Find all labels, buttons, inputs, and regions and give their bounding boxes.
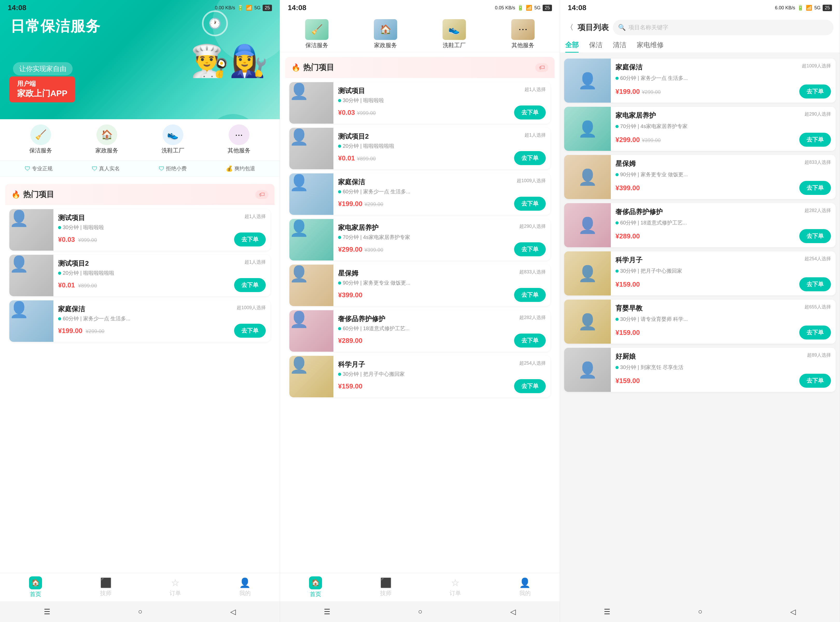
p3-order-luxury[interactable]: 去下单	[799, 229, 831, 243]
p2-nav-order[interactable]: ☆ 订单	[449, 578, 461, 597]
service-info-test2: 测试项目2 超1人选择 20分钟 | 啦啦啦啦啦啦 ¥0.01 ¥899.00 …	[53, 255, 270, 296]
category-tabs: 🧹 保洁服务 🏠 家政服务 👟 洗鞋工厂 ⋯ 其他服务	[280, 15, 560, 52]
hot-title: 热门项目	[23, 189, 54, 200]
p2-order-test2[interactable]: 去下单	[514, 151, 546, 165]
service-card-cleaning: 👤 家庭保洁 超1009人选择 60分钟 | 家务少一点 生活多... ¥199…	[9, 300, 270, 342]
trust-refund: 💰 爽约包退	[226, 165, 255, 172]
hot-header-2: 🔥 热门项目 🏷	[285, 57, 554, 78]
status-bar: 14:08 0.00 KB/s 🔋📶5G 25	[0, 0, 280, 15]
p2-nav-home[interactable]: 🏠 首页	[309, 576, 322, 598]
status-bar-2: 14:08 0.05 KB/s 🔋📶5G 25	[280, 0, 560, 15]
tab-other-svc[interactable]: ⋯ 其他服务	[489, 15, 557, 52]
phone1-home: 👨‍🍳👩‍🔧 🕐 14:08 0.00 KB/s 🔋📶5G 25 日常保洁服务 …	[0, 0, 280, 622]
tab-home-svc[interactable]: 🏠 家政服务	[351, 15, 420, 52]
order-btn-cleaning[interactable]: 去下单	[234, 324, 266, 338]
feature-other[interactable]: ··· 其他服务	[228, 124, 250, 154]
service-img-cleaning: 👤	[9, 300, 53, 342]
p3-order-home[interactable]: 去下单	[799, 84, 831, 99]
status-icons: 0.00 KB/s 🔋📶5G 25	[215, 5, 272, 11]
project-title: 项目列表	[577, 22, 609, 33]
service-img-test1: 👤	[9, 209, 53, 251]
nav-home-label: 首页	[30, 590, 41, 598]
feature-shoe[interactable]: 👟 洗鞋工厂	[162, 124, 184, 154]
p2-card-star: 👤 星保姆 超833人选择 90分钟 | 家务更专业 做饭更... ¥399.0…	[289, 265, 550, 306]
status-bar-3: 14:08 6.00 KB/s 🔋📶5G 25	[560, 0, 840, 15]
p2-order-home[interactable]: 去下单	[514, 197, 546, 211]
nav-order-label: 订单	[170, 589, 181, 597]
sys-home-icon[interactable]: ○	[138, 607, 143, 616]
search-input[interactable]: 项目名称关键字	[628, 24, 668, 31]
sys-back-icon-3[interactable]: ◁	[790, 607, 796, 616]
filter-cleaning[interactable]: 保洁	[589, 36, 603, 53]
trust-row: 🛡 专业正规 🛡 真人实名 🛡 拒绝小费 💰 爽约包退	[0, 161, 280, 177]
feature-label-home: 家政服务	[95, 147, 118, 154]
feature-label-cleaning: 保洁服务	[29, 147, 52, 154]
p2-nav-tech[interactable]: ⬛ 技师	[380, 578, 392, 597]
p3-order-star[interactable]: 去下单	[799, 181, 831, 195]
p3-order-appliance[interactable]: 去下单	[799, 133, 831, 147]
proj-card-moon: 👤 科学月子 超254人选择 30分钟 | 把月子中心搬回家 ¥159.00 去…	[564, 252, 835, 296]
proj-card-cook: 👤 好厨娘 超89人选择 30分钟 | 到家烹饪 尽享生活 ¥159.00 去下…	[564, 348, 835, 392]
hot-tag: 🏷	[255, 190, 268, 199]
bottom-nav-phone1: 🏠 首页 ⬛ 技师 ☆ 订单 👤 我的	[0, 573, 280, 601]
filter-all[interactable]: 全部	[565, 36, 579, 53]
proj-card-home: 👤 家庭保洁 超1009人选择 60分钟 | 家务少一点 生活多... ¥199…	[564, 59, 835, 103]
app-badge: 用户端 家政上门APP	[9, 76, 75, 102]
p3-order-moon[interactable]: 去下单	[799, 277, 831, 291]
nav-mine-label: 我的	[239, 589, 251, 597]
status-icons-2: 0.05 KB/s 🔋📶5G 25	[495, 5, 552, 11]
feature-home[interactable]: 🏠 家政服务	[95, 124, 118, 154]
p2-card-luxury: 👤 奢侈品养护修护 超282人选择 60分钟 | 18道意式修护工艺... ¥2…	[289, 310, 550, 352]
system-nav-2: ☰ ○ ◁	[280, 601, 560, 622]
system-nav-3: ☰ ○ ◁	[560, 601, 840, 622]
service-card-test2: 👤 测试项目2 超1人选择 20分钟 | 啦啦啦啦啦啦 ¥0.01 ¥8	[9, 255, 270, 296]
search-box[interactable]: 🔍 项目名称关键字	[613, 20, 834, 35]
sys-back-icon[interactable]: ◁	[230, 607, 236, 616]
p2-card-test2: 👤 测试项目2 超1人选择 20分钟 | 啦啦啦啦啦啦 ¥0.01¥899.00…	[289, 128, 550, 169]
tab-cleaning-svc[interactable]: 🧹 保洁服务	[283, 15, 351, 52]
feature-label-shoe: 洗鞋工厂	[162, 147, 184, 154]
p2-order-luxury[interactable]: 去下单	[514, 334, 546, 348]
sys-back-icon-2[interactable]: ◁	[510, 607, 516, 616]
order-btn-test2[interactable]: 去下单	[234, 278, 266, 292]
service-info-cleaning: 家庭保洁 超1009人选择 60分钟 | 家务少一点 生活多... ¥199.0…	[53, 300, 270, 342]
feature-label-other: 其他服务	[228, 147, 250, 154]
feature-cleaning[interactable]: 🧹 保洁服务	[29, 124, 52, 154]
nav-order[interactable]: ☆ 订单	[170, 578, 181, 597]
service-card-test1: 👤 测试项目 超1人选择 30分钟 | 啦啦啦啦 ¥0.03 ¥999.	[9, 209, 270, 251]
filter-appliance[interactable]: 家电维修	[637, 36, 664, 53]
service-info-test1: 测试项目 超1人选择 30分钟 | 啦啦啦啦 ¥0.03 ¥999.00 去下单	[53, 209, 270, 251]
app-badge-top: 用户端	[17, 79, 67, 88]
tab-shoe-factory[interactable]: 👟 洗鞋工厂	[420, 15, 489, 52]
proj-card-appliance: 👤 家电家居养护 超290人选择 70分钟 | 4s家电家居养护专家 ¥299.…	[564, 107, 835, 151]
p2-card-appliance: 👤 家电家居养护 超290人选择 70分钟 | 4s家电家居养护专家 ¥299.…	[289, 219, 550, 261]
p3-order-baby[interactable]: 去下单	[799, 326, 831, 340]
p2-order-moon[interactable]: 去下单	[514, 379, 546, 393]
p2-order-appliance[interactable]: 去下单	[514, 242, 546, 256]
filter-tabs: 全部 保洁 清洁 家电维修	[560, 36, 840, 53]
fire-icon-2: 🔥	[292, 63, 301, 72]
p2-card-home: 👤 家庭保洁 超1009人选择 60分钟 | 家务少一点 生活多... ¥199…	[289, 173, 550, 215]
sys-menu-icon-3[interactable]: ☰	[604, 607, 610, 616]
p2-order-test1[interactable]: 去下单	[514, 105, 546, 119]
sys-home-icon-3[interactable]: ○	[698, 607, 703, 616]
hot-section-phone2: 🔥 热门项目 🏷 👤 测试项目 超1人选择 30分钟 | 啦啦啦啦 ¥0.03¥…	[285, 57, 554, 588]
status-time-3: 14:08	[568, 4, 586, 12]
nav-home[interactable]: 🏠 首页	[29, 576, 42, 598]
filter-clean[interactable]: 清洁	[613, 36, 626, 53]
p2-nav-mine[interactable]: 👤 我的	[519, 578, 531, 597]
p3-order-cook[interactable]: 去下单	[799, 374, 831, 388]
nav-mine[interactable]: 👤 我的	[239, 578, 251, 597]
sys-home-icon-2[interactable]: ○	[418, 607, 423, 616]
sys-menu-icon-2[interactable]: ☰	[324, 607, 330, 616]
proj-card-star: 👤 星保姆 超833人选择 90分钟 | 家务更专业 做饭更... ¥399.0…	[564, 155, 835, 199]
sys-menu-icon[interactable]: ☰	[44, 607, 50, 616]
hero-title: 日常保洁服务	[11, 18, 101, 34]
p2-card-test1: 👤 测试项目 超1人选择 30分钟 | 啦啦啦啦 ¥0.03¥999.00 去下…	[289, 82, 550, 123]
p2-order-star[interactable]: 去下单	[514, 288, 546, 302]
back-button[interactable]: 〈	[566, 23, 573, 32]
phone3-project-list: 14:08 6.00 KB/s 🔋📶5G 25 〈 项目列表 🔍 项目名称关键字…	[560, 0, 840, 622]
order-btn-test1[interactable]: 去下单	[234, 232, 266, 247]
nav-technician[interactable]: ⬛ 技师	[100, 578, 112, 597]
system-nav-1: ☰ ○ ◁	[0, 601, 280, 622]
